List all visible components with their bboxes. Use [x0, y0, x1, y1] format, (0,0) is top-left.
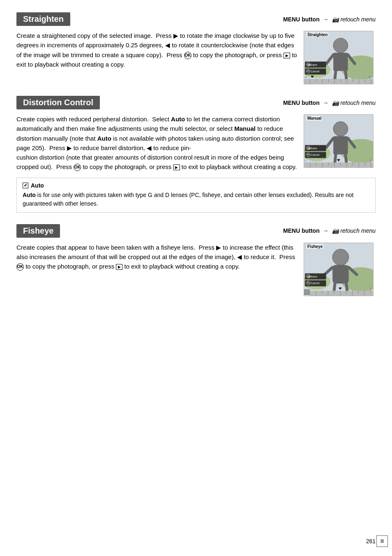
straighten-section: Straighten MENU button → 📷 retouch menu …: [16, 12, 376, 84]
fisheye-menu: MENU button → 📷 retouch menu: [283, 227, 376, 234]
distortion-play-symbol: ▶: [173, 164, 180, 170]
note-title-text: Auto: [31, 182, 44, 189]
svg-rect-4: [333, 53, 348, 71]
svg-text:📷: 📷: [307, 70, 310, 73]
fisheye-content: Create copies that appear to have been t…: [16, 243, 376, 296]
svg-text:○: ○: [304, 158, 306, 162]
bottom-right-doc-icon: ≡: [376, 535, 388, 547]
svg-rect-36: [333, 136, 348, 154]
fisheye-preview: Fisheye OK Save: [304, 243, 374, 296]
straighten-body: Create a straightened copy of the select…: [16, 31, 297, 69]
play-symbol: ▶: [284, 53, 290, 58]
manual-word: Manual: [234, 125, 256, 132]
menu-arrow: →: [323, 16, 330, 23]
retouch-icon-inline: 📷: [332, 16, 339, 23]
svg-text:Save: Save: [311, 275, 317, 278]
svg-text:↘: ↘: [368, 75, 371, 79]
svg-text:Cancel: Cancel: [311, 70, 320, 73]
doc-icon-symbol: ≡: [380, 537, 384, 545]
distortion-menu: MENU button → 📷 retouch menu: [283, 100, 376, 106]
svg-text:↙: ↙: [305, 75, 308, 79]
svg-text:📷: 📷: [307, 282, 310, 285]
distortion-illustration: OK Save 📷 Cancel: [304, 115, 373, 167]
svg-text:📷: 📷: [307, 153, 310, 157]
note-content: is for use only with pictures taken with…: [23, 192, 353, 207]
straighten-content: Create a straightened copy of the select…: [16, 31, 376, 84]
distortion-menu-word: MENU button: [283, 100, 320, 106]
svg-rect-86: [310, 291, 373, 296]
distortion-body: Create copies with reduced peripheral di…: [16, 114, 297, 172]
straighten-title: Straighten: [16, 12, 70, 26]
fisheye-illustration: OK Save 📷 Cancel: [304, 243, 373, 296]
svg-point-67: [332, 249, 348, 265]
fisheye-header: Fisheye MENU button → 📷 retouch menu: [16, 224, 376, 238]
preview-label-distortion: Manual: [307, 116, 322, 120]
svg-rect-81: [304, 289, 310, 295]
note-auto-bold: Auto: [23, 192, 36, 198]
preview-label-fisheye: Fisheye: [307, 244, 323, 249]
distortion-preview: Manual OK Save 📷: [304, 114, 374, 168]
distortion-menu-suffix: retouch menu: [340, 100, 376, 106]
svg-text:|: |: [370, 287, 371, 291]
note-body-text: Auto is for use only with pictures taken…: [23, 191, 369, 208]
svg-rect-17: [304, 79, 373, 84]
distortion-header: Distortion Control MENU button → 📷 retou…: [16, 96, 376, 109]
ok-circle-symbol: OK: [184, 52, 191, 59]
distortion-retouch-icon: 📷: [332, 100, 339, 106]
menu-suffix: retouch menu: [340, 16, 376, 23]
fisheye-play-symbol: ▶: [116, 264, 122, 270]
straighten-header: Straighten MENU button → 📷 retouch menu: [16, 12, 376, 26]
page-number: 261: [366, 538, 376, 544]
fisheye-retouch-icon: 📷: [332, 227, 339, 234]
straighten-preview: Straighten OK: [304, 31, 374, 84]
fisheye-image: Fisheye OK Save: [304, 243, 376, 296]
auto-word2: Auto: [97, 135, 111, 142]
distortion-content: Create copies with reduced peripheral di…: [16, 114, 376, 172]
svg-text:Cancel: Cancel: [311, 282, 320, 285]
svg-point-3: [333, 38, 348, 53]
straighten-menu: MENU button → 📷 retouch menu: [283, 16, 376, 23]
fisheye-menu-suffix: retouch menu: [340, 227, 376, 234]
menu-word: MENU button: [283, 16, 320, 23]
straighten-illustration: OK Save 📷 Cancel: [304, 31, 373, 84]
svg-text:|: |: [370, 158, 371, 162]
svg-text:Save: Save: [311, 63, 317, 66]
preview-label-straighten: Straighten: [307, 32, 328, 37]
fisheye-section: Fisheye MENU button → 📷 retouch menu Cre…: [16, 224, 376, 296]
note-checkbox-icon: ✔: [23, 183, 28, 188]
distortion-image: Manual OK Save 📷: [304, 114, 376, 168]
fisheye-menu-word: MENU button: [283, 227, 320, 234]
note-title: ✔ Auto: [23, 182, 369, 189]
auto-note-box: ✔ Auto Auto is for use only with picture…: [16, 178, 376, 213]
distortion-arrow: →: [323, 100, 330, 106]
svg-rect-49: [304, 162, 373, 167]
distortion-ok-symbol: OK: [74, 164, 81, 171]
svg-rect-68: [332, 265, 348, 283]
fisheye-arrow: →: [323, 227, 330, 234]
svg-point-35: [333, 122, 348, 136]
svg-text:Save: Save: [311, 147, 317, 150]
svg-text:Cancel: Cancel: [311, 153, 320, 156]
straighten-image: Straighten OK: [304, 31, 376, 84]
distortion-section: Distortion Control MENU button → 📷 retou…: [16, 96, 376, 213]
fisheye-title: Fisheye: [16, 224, 60, 238]
fisheye-body: Create copies that appear to have been t…: [16, 243, 297, 271]
auto-word: Auto: [171, 116, 185, 123]
distortion-title: Distortion Control: [16, 96, 100, 109]
fisheye-ok-symbol: OK: [16, 263, 24, 271]
